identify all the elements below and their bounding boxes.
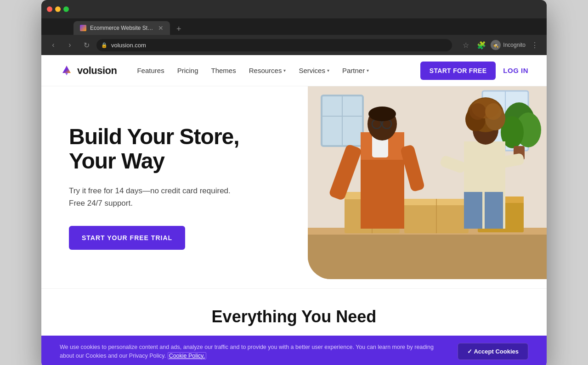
start-trial-button[interactable]: START YOUR FREE TRIAL — [69, 226, 185, 250]
tab-title: Ecommerce Website Store & S — [90, 25, 154, 31]
nav-themes[interactable]: Themes — [206, 63, 242, 78]
minimize-button[interactable] — [55, 6, 61, 12]
extensions-icon[interactable]: 🧩 — [475, 39, 488, 51]
bookmark-icon[interactable]: ☆ — [459, 39, 472, 51]
nav-pricing[interactable]: Pricing — [172, 63, 204, 78]
start-for-free-button[interactable]: START FOR FREE — [420, 62, 496, 80]
maximize-button[interactable] — [63, 6, 69, 12]
reload-button[interactable]: ↻ — [80, 39, 93, 51]
address-bar-wrapper: 🔒 — [96, 39, 452, 51]
bottom-title: Everything You Need — [69, 307, 519, 326]
browser-actions: ☆ 🧩 🕵 Incognito ⋮ — [459, 39, 541, 51]
resources-chevron-icon: ▾ — [283, 68, 286, 73]
incognito-button[interactable]: 🕵 Incognito — [491, 40, 526, 50]
more-options-button[interactable]: ⋮ — [528, 39, 541, 51]
browser-window: Ecommerce Website Store & S ✕ + ‹ › ↻ 🔒 … — [41, 0, 547, 365]
svg-point-49 — [469, 103, 486, 120]
partner-chevron-icon: ▾ — [367, 68, 369, 73]
cookie-text: We use cookies to personalize content an… — [60, 343, 448, 360]
nav-links: Features Pricing Themes Resources ▾ Serv… — [131, 63, 420, 78]
incognito-avatar: 🕵 — [491, 40, 501, 50]
back-button[interactable]: ‹ — [47, 39, 60, 51]
svg-marker-5 — [62, 66, 71, 73]
accept-cookies-button[interactable]: ✓ Accept Cookies — [458, 343, 528, 360]
hero-subtitle: Try it free for 14 days—no credit card r… — [69, 185, 243, 209]
forward-button[interactable]: › — [63, 39, 76, 51]
svg-rect-41 — [485, 192, 503, 229]
volusion-logo-icon — [60, 64, 74, 78]
tab-close-button[interactable]: ✕ — [158, 24, 164, 32]
address-bar-area: ‹ › ↻ 🔒 ☆ 🧩 🕵 Incognito ⋮ — [41, 35, 547, 55]
nav-services[interactable]: Services ▾ — [293, 63, 335, 78]
nav-partner[interactable]: Partner ▾ — [337, 63, 374, 78]
close-button[interactable] — [47, 6, 52, 12]
svg-rect-19 — [308, 229, 547, 279]
logo-link[interactable]: volusion — [60, 64, 117, 78]
hero-section: Build Your Store, Your Way Try it free f… — [41, 86, 547, 288]
hero-right-image — [280, 86, 547, 288]
nav-resources[interactable]: Resources ▾ — [243, 63, 292, 78]
website-content: volusion Features Pricing Themes Resourc… — [41, 55, 547, 365]
new-tab-button[interactable]: + — [172, 24, 186, 34]
bottom-section: Everything You Need — [41, 288, 547, 336]
nav-cta-area: START FOR FREE LOG IN — [420, 62, 528, 80]
nav-features[interactable]: Features — [131, 63, 170, 78]
traffic-lights — [47, 6, 69, 12]
svg-point-50 — [485, 103, 502, 120]
tab-favicon — [80, 25, 86, 31]
login-link[interactable]: LOG IN — [503, 67, 528, 74]
hero-title: Build Your Store, Your Way — [69, 125, 262, 174]
cookie-banner: We use cookies to personalize content an… — [41, 336, 547, 365]
svg-rect-40 — [464, 192, 482, 229]
logo-text: volusion — [77, 65, 117, 77]
tab-bar: Ecommerce Website Store & S ✕ + — [41, 18, 547, 35]
browser-titlebar — [41, 0, 547, 18]
hero-svg-overlay — [308, 86, 547, 279]
hero-left-content: Build Your Store, Your Way Try it free f… — [41, 86, 280, 288]
address-input[interactable] — [96, 39, 452, 51]
incognito-label: Incognito — [503, 42, 526, 48]
site-navigation: volusion Features Pricing Themes Resourc… — [41, 55, 547, 86]
cookie-policy-link[interactable]: Cookie Policy. — [168, 352, 206, 359]
svg-point-38 — [368, 107, 396, 121]
active-tab[interactable]: Ecommerce Website Store & S ✕ — [74, 21, 170, 35]
security-icon: 🔒 — [101, 42, 107, 48]
services-chevron-icon: ▾ — [327, 68, 329, 73]
hero-scene — [308, 86, 547, 279]
